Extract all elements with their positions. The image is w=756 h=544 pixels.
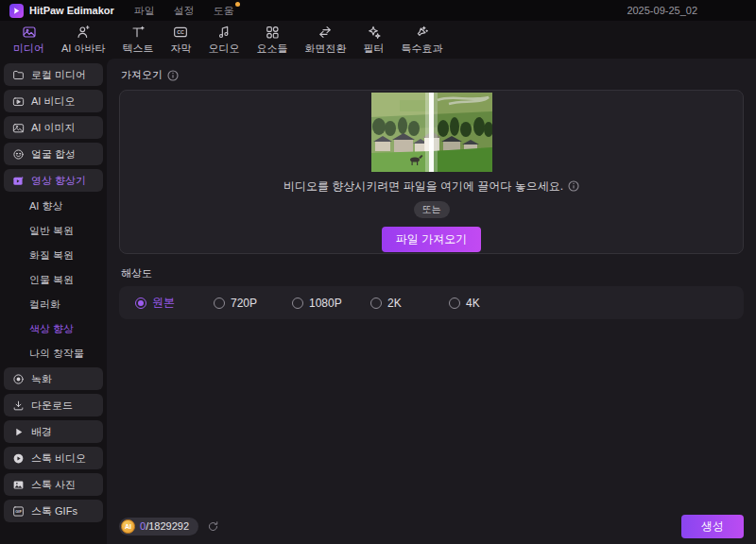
tab-media[interactable]: 미디어: [5, 23, 53, 58]
face-swap-icon: [12, 148, 25, 161]
info-icon[interactable]: [167, 70, 179, 81]
footer-bar: AI 0/1829292 생성: [119, 514, 744, 538]
sidebar-item-stock-video[interactable]: 스톡 비디오: [4, 447, 103, 469]
radio-label: 4K: [466, 297, 480, 310]
tab-label: 텍스트: [122, 42, 153, 56]
ai-video-icon: [12, 95, 25, 108]
radio-label: 원본: [152, 295, 175, 311]
tab-label: 미디어: [13, 42, 44, 56]
menu-file[interactable]: 파일: [128, 4, 162, 18]
resolution-panel: 원본 720P 1080P 2K 4K: [119, 286, 744, 319]
radio-icon: [449, 298, 460, 309]
sidebar-item-label: 얼굴 합성: [31, 147, 76, 162]
tab-filters[interactable]: 필터: [354, 23, 392, 58]
tab-label: 화면전환: [304, 42, 346, 56]
sidebar-item-face-swap[interactable]: 얼굴 합성: [4, 143, 103, 165]
subtitle-icon: CC: [173, 25, 188, 40]
file-dropzone[interactable]: 비디오를 향상시키려면 파일을 여기에 끌어다 놓으세요. 또는 파일 가져오기: [119, 90, 744, 254]
sidebar-subitem-portrait-restore[interactable]: 인물 복원: [4, 269, 103, 290]
app-logo-icon: [9, 4, 24, 18]
resolution-option-4k[interactable]: 4K: [449, 297, 527, 310]
record-icon: [12, 373, 25, 385]
sidebar-item-label: 다운로드: [31, 399, 73, 413]
resolution-header: 해상도: [121, 266, 744, 280]
drop-hint: 비디오를 향상시키려면 파일을 여기에 끌어다 놓으세요.: [284, 178, 579, 195]
sidebar-item-download[interactable]: 다운로드: [4, 394, 103, 416]
drop-hint-text: 비디오를 향상시키려면 파일을 여기에 끌어다 놓으세요.: [284, 178, 563, 195]
sidebar-item-label: AI 비디오: [31, 94, 75, 109]
refresh-icon[interactable]: [207, 520, 219, 533]
folder-icon: [12, 69, 25, 81]
radio-icon: [214, 298, 225, 309]
sidebar-item-label: 영상 향상기: [31, 174, 86, 188]
credits-counter: AI 0/1829292: [119, 518, 198, 536]
sidebar-subitem-my-creations[interactable]: 나의 창작물: [4, 343, 103, 364]
sidebar-item-background[interactable]: 배경: [4, 420, 103, 443]
sidebar-item-local-media[interactable]: 로컬 미디어: [4, 63, 103, 86]
background-icon: [12, 426, 25, 438]
credits-total: /1829292: [146, 520, 189, 532]
sidebar-item-label: 로컬 미디어: [31, 68, 86, 82]
radio-icon: [135, 298, 146, 309]
or-badge: 또는: [414, 201, 450, 218]
sidebar-subitem-color-enhance[interactable]: 색상 향상: [4, 318, 103, 339]
radio-icon: [292, 298, 303, 309]
sidebar-subitem-label: AI 향상: [29, 199, 62, 213]
import-file-button[interactable]: 파일 가져오기: [382, 227, 481, 252]
sidebar-item-record[interactable]: 녹화: [4, 367, 103, 390]
sidebar-subitem-colorize[interactable]: 컬러화: [4, 294, 103, 314]
generate-button[interactable]: 생성: [681, 515, 744, 538]
resolution-option-2k[interactable]: 2K: [370, 297, 449, 310]
resolution-title: 해상도: [121, 266, 152, 280]
radio-label: 720P: [231, 297, 257, 310]
tab-subtitles[interactable]: CC 자막: [162, 23, 199, 58]
toolbar: 미디어 AI 아바타 텍스트 CC 자막 오디오 요소들: [0, 21, 756, 59]
notification-dot: [235, 2, 240, 7]
sidebar-item-label: 스톡 사진: [31, 478, 76, 492]
sidebar-item-ai-video[interactable]: AI 비디오: [4, 90, 103, 112]
menu-settings[interactable]: 설정: [167, 4, 201, 18]
tab-ai-avatar[interactable]: AI 아바타: [53, 23, 113, 58]
stock-video-icon: [12, 452, 25, 465]
main-content: 가져오기: [107, 59, 756, 544]
cc-glyph: CC: [178, 29, 185, 35]
sidebar-item-video-enhancer[interactable]: 영상 향상기: [4, 169, 103, 192]
info-icon[interactable]: [568, 180, 579, 192]
gif-glyph: GIF: [15, 509, 22, 514]
sidebar-subitem-label: 컬러화: [29, 298, 60, 312]
menu-help-label: 도움: [214, 5, 234, 16]
sidebar-item-label: AI 이미지: [31, 121, 75, 135]
resolution-option-1080p[interactable]: 1080P: [292, 297, 370, 310]
filter-icon: [366, 25, 381, 40]
sidebar-item-label: 배경: [31, 425, 52, 439]
before-after-thumbnail: [371, 93, 492, 172]
menu-help[interactable]: 도움: [207, 4, 241, 18]
stock-gif-icon: GIF: [12, 505, 25, 518]
download-icon: [12, 400, 25, 412]
tab-label: 요소들: [256, 42, 287, 56]
sidebar-subitem-general-restore[interactable]: 일반 복원: [4, 220, 103, 241]
tab-effects[interactable]: 특수효과: [392, 23, 451, 58]
tab-elements[interactable]: 요소들: [248, 23, 296, 58]
effects-icon: [414, 25, 429, 40]
elements-icon: [265, 25, 280, 40]
sidebar-subitem-label: 화질 복원: [29, 248, 74, 263]
transition-icon: [318, 25, 333, 40]
tab-text[interactable]: 텍스트: [113, 23, 162, 58]
sidebar-subitem-quality-restore[interactable]: 화질 복원: [4, 245, 103, 265]
media-icon: [22, 25, 37, 40]
ai-avatar-icon: [76, 25, 91, 40]
sidebar-item-stock-photos[interactable]: 스톡 사진: [4, 473, 103, 496]
app-title: HitPaw Edimakor: [29, 5, 114, 16]
radio-icon: [370, 298, 382, 309]
tab-transitions[interactable]: 화면전환: [296, 23, 354, 58]
tab-audio[interactable]: 오디오: [199, 23, 248, 58]
resolution-option-720p[interactable]: 720P: [214, 297, 292, 310]
project-name: 2025-09-25_02: [627, 5, 697, 16]
sidebar-item-ai-image[interactable]: AI 이미지: [4, 116, 103, 139]
sidebar-subitem-ai-enhance[interactable]: AI 향상: [4, 196, 103, 216]
tab-label: 특수효과: [401, 42, 442, 56]
resolution-option-original[interactable]: 원본: [135, 295, 214, 311]
sidebar-item-stock-gifs[interactable]: GIF 스톡 GIFs: [4, 500, 103, 522]
import-header: 가져오기: [121, 68, 744, 82]
